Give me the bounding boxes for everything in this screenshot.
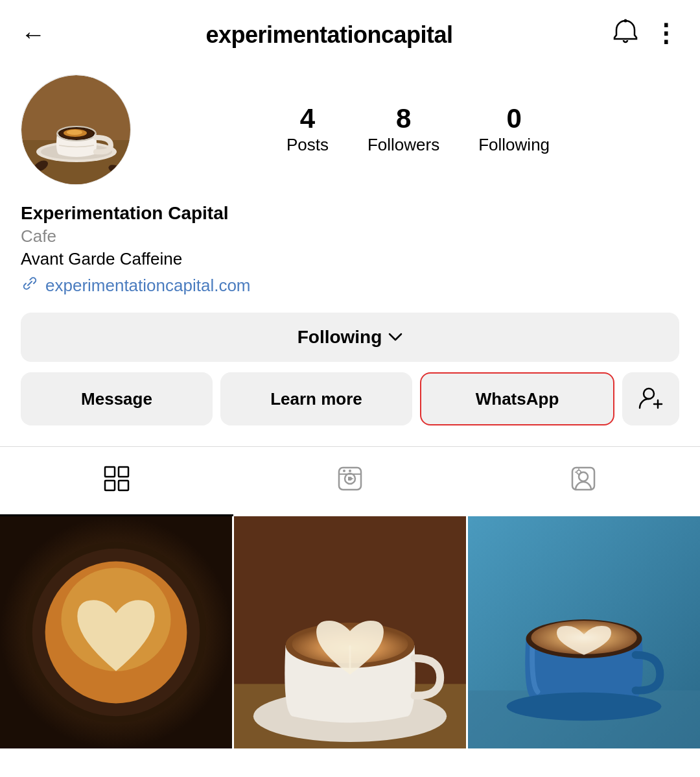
profile-name: Experimentation Capital <box>21 203 679 224</box>
action-buttons-row: Message Learn more WhatsApp <box>21 372 679 425</box>
profile-tagline: Avant Garde Caffeine <box>21 249 679 269</box>
whatsapp-button-label: WhatsApp <box>476 389 559 409</box>
profile-section: 4 Posts 8 Followers 0 Following Experime… <box>0 64 700 425</box>
header-actions: ⋮ <box>613 18 679 51</box>
posts-count: 4 <box>300 105 315 132</box>
following-btn-container: Following <box>21 313 679 362</box>
svg-rect-16 <box>119 467 128 477</box>
profile-top-row: 4 Posts 8 Followers 0 Following <box>21 75 679 185</box>
tab-bar <box>0 446 700 516</box>
following-label: Following <box>478 135 550 155</box>
website-text: experimentationcapital.com <box>45 276 251 296</box>
grid-photo-3[interactable] <box>468 516 700 748</box>
posts-label: Posts <box>286 135 329 155</box>
posts-stat[interactable]: 4 Posts <box>286 105 329 155</box>
followers-count: 8 <box>396 105 411 132</box>
profile-website-link[interactable]: experimentationcapital.com <box>21 274 679 297</box>
message-button[interactable]: Message <box>21 372 213 425</box>
more-options-icon[interactable]: ⋮ <box>653 19 679 51</box>
svg-rect-15 <box>105 467 115 477</box>
bio-section: Experimentation Capital Cafe Avant Garde… <box>21 203 679 297</box>
svg-point-0 <box>624 19 627 23</box>
svg-point-14 <box>644 388 654 399</box>
grid-photo-2[interactable] <box>234 516 466 748</box>
following-stat[interactable]: 0 Following <box>478 105 550 155</box>
following-count: 0 <box>506 105 521 132</box>
notification-bell-icon[interactable] <box>613 18 638 51</box>
add-friend-button[interactable] <box>622 372 679 425</box>
avatar <box>21 75 131 185</box>
message-button-label: Message <box>81 389 152 409</box>
learn-more-button[interactable]: Learn more <box>220 372 412 425</box>
profile-category: Cafe <box>21 226 679 246</box>
photo-grid <box>0 516 700 748</box>
reels-icon <box>336 465 364 498</box>
tab-grid[interactable] <box>0 447 233 516</box>
svg-rect-18 <box>119 481 128 490</box>
following-button-label: Following <box>298 327 382 348</box>
back-button[interactable]: ← <box>21 21 45 49</box>
svg-point-24 <box>349 470 351 472</box>
profile-username: experimentationcapital <box>205 21 452 49</box>
tagged-icon <box>570 465 597 498</box>
link-icon <box>21 274 39 297</box>
tab-reels[interactable] <box>233 447 467 516</box>
svg-point-23 <box>343 470 345 472</box>
stats-container: 4 Posts 8 Followers 0 Following <box>157 105 679 155</box>
add-person-icon <box>638 387 663 411</box>
following-button[interactable]: Following <box>21 313 679 362</box>
grid-photo-1[interactable] <box>0 516 232 748</box>
tab-tagged[interactable] <box>467 447 700 516</box>
header: ← experimentationcapital ⋮ <box>0 0 700 64</box>
svg-point-28 <box>577 470 581 474</box>
followers-stat[interactable]: 8 Followers <box>368 105 439 155</box>
followers-label: Followers <box>368 135 439 155</box>
whatsapp-button[interactable]: WhatsApp <box>420 372 614 425</box>
grid-icon <box>103 465 130 498</box>
svg-point-12 <box>67 130 82 135</box>
chevron-down-icon <box>388 329 402 346</box>
svg-rect-17 <box>105 481 115 490</box>
svg-point-48 <box>507 692 662 721</box>
learn-more-button-label: Learn more <box>270 389 362 409</box>
